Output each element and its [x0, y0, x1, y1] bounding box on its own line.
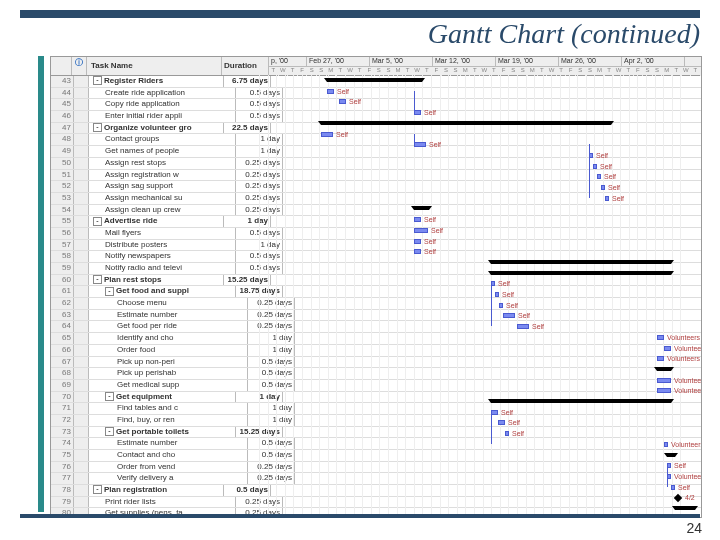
task-duration: 0.25 days — [236, 497, 283, 508]
day-letter: M — [528, 67, 538, 76]
task-info — [74, 438, 89, 449]
slide-title: Gantt Chart (continued) — [0, 18, 700, 50]
task-id: 54 — [51, 205, 74, 216]
task-timeline-cell — [295, 357, 701, 368]
task-name: Assign rest stops — [89, 158, 236, 169]
task-duration: 1 day — [248, 403, 295, 414]
day-letter: S — [509, 67, 519, 76]
task-info — [74, 357, 89, 368]
task-id: 52 — [51, 181, 74, 192]
task-timeline-cell — [283, 240, 701, 251]
task-row: 53Assign mechanical su0.25 days — [51, 193, 701, 205]
task-row: 54Assign clean up crew0.25 days — [51, 205, 701, 217]
task-duration: 22.5 days — [224, 123, 271, 134]
day-letter: S — [586, 67, 596, 76]
task-row: 69Get medical supp0.5 days — [51, 380, 701, 392]
day-letter: T — [355, 67, 365, 76]
task-duration: 1 day — [248, 333, 295, 344]
task-timeline-cell — [295, 450, 701, 461]
outline-toggle[interactable]: - — [93, 76, 102, 85]
task-name: Distribute posters — [89, 240, 236, 251]
day-letter: M — [394, 67, 404, 76]
task-row: 74Estimate number0.5 days — [51, 438, 701, 450]
outline-toggle[interactable]: - — [93, 217, 102, 226]
task-timeline-cell — [283, 263, 701, 274]
task-name: Estimate number — [89, 438, 248, 449]
task-id: 78 — [51, 485, 74, 496]
task-row: 48Contact groups1 day — [51, 134, 701, 146]
task-info — [74, 275, 89, 286]
task-timeline-cell — [283, 134, 701, 145]
outline-toggle[interactable]: - — [105, 427, 114, 436]
task-row: 61-Get food and suppl18.75 days — [51, 286, 701, 298]
task-row: 51Assign registration w0.25 days — [51, 170, 701, 182]
day-letter: S — [307, 67, 317, 76]
task-info — [74, 392, 89, 403]
task-duration: 0.5 days — [248, 368, 295, 379]
week-label: Mar 12, '00 — [433, 57, 496, 66]
task-id: 72 — [51, 415, 74, 426]
task-id: 49 — [51, 146, 74, 157]
task-id: 57 — [51, 240, 74, 251]
task-timeline-cell — [283, 228, 701, 239]
task-info — [74, 240, 89, 251]
task-row: 52Assign sag support0.25 days — [51, 181, 701, 193]
task-duration: 0.5 days — [248, 357, 295, 368]
task-row: 72Find, buy, or ren1 day — [51, 415, 701, 427]
task-row: 50Assign rest stops0.25 days — [51, 158, 701, 170]
outline-toggle[interactable]: - — [105, 287, 114, 296]
task-row: 67Pick up non-peri0.5 days — [51, 357, 701, 369]
outline-toggle[interactable]: - — [105, 392, 114, 401]
day-letter: T — [557, 67, 567, 76]
task-name: Contact and cho — [89, 450, 248, 461]
task-id: 50 — [51, 158, 74, 169]
task-id: 58 — [51, 251, 74, 262]
task-info — [74, 321, 89, 332]
day-letter: F — [566, 67, 576, 76]
task-name: Assign clean up crew — [89, 205, 236, 216]
task-id: 67 — [51, 357, 74, 368]
task-timeline-cell — [295, 438, 701, 449]
task-id: 60 — [51, 275, 74, 286]
task-name: Copy ride application — [89, 99, 236, 110]
task-id: 64 — [51, 321, 74, 332]
task-timeline-cell — [295, 333, 701, 344]
task-timeline-cell — [295, 321, 701, 332]
task-name: Get food per ride — [89, 321, 248, 332]
outline-toggle[interactable]: - — [93, 275, 102, 284]
day-letter: S — [442, 67, 452, 76]
task-id: 55 — [51, 216, 74, 227]
slide: Gantt Chart (continued) ⓘ Task Name Dura… — [0, 0, 720, 540]
outline-toggle[interactable]: - — [93, 485, 102, 494]
task-timeline-cell — [283, 205, 701, 216]
task-id: 56 — [51, 228, 74, 239]
week-label: Apr 2, '00 — [622, 57, 685, 66]
task-info — [74, 134, 89, 145]
task-id: 63 — [51, 310, 74, 321]
task-name: -Plan rest stops — [89, 275, 224, 286]
task-id: 65 — [51, 333, 74, 344]
task-row: 49Get names of people1 day — [51, 146, 701, 158]
task-duration: 0.5 days — [236, 228, 283, 239]
task-timeline-cell — [283, 497, 701, 508]
task-row: 64Get food per ride0.25 days — [51, 321, 701, 333]
task-duration: 0.5 days — [248, 380, 295, 391]
task-info — [74, 380, 89, 391]
task-info — [74, 146, 89, 157]
task-duration: 1 day — [248, 415, 295, 426]
task-info — [74, 216, 89, 227]
task-id: 45 — [51, 99, 74, 110]
day-letter: T — [470, 67, 480, 76]
task-duration: 0.5 days — [248, 450, 295, 461]
day-letter: S — [653, 67, 663, 76]
outline-toggle[interactable]: - — [93, 123, 102, 132]
task-id: 75 — [51, 450, 74, 461]
task-timeline-cell — [283, 88, 701, 99]
task-timeline-cell — [283, 193, 701, 204]
page-number: 24 — [686, 520, 702, 536]
task-info — [74, 298, 89, 309]
col-duration: Duration — [222, 57, 269, 75]
task-name: Find tables and c — [89, 403, 248, 414]
task-name: Pick up perishab — [89, 368, 248, 379]
task-name: Notify radio and televi — [89, 263, 236, 274]
